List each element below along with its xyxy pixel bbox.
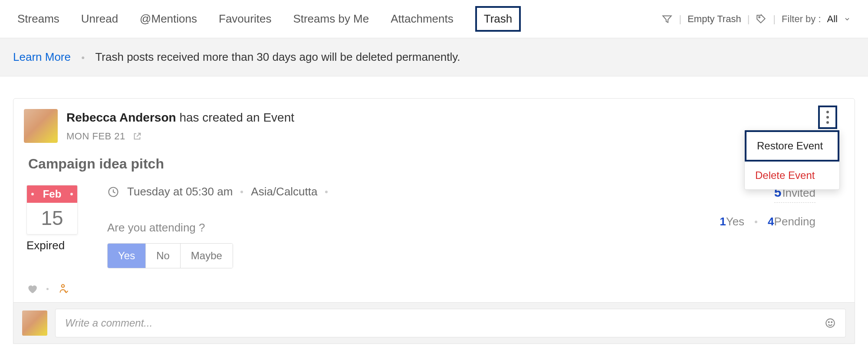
svg-point-2 — [62, 284, 65, 287]
attend-button-group: Yes No Maybe — [107, 243, 233, 268]
comment-input-wrap[interactable] — [55, 309, 846, 337]
comment-input[interactable] — [65, 317, 825, 329]
filter-by-value[interactable]: All — [827, 13, 838, 25]
post-actions — [13, 277, 855, 302]
author-avatar[interactable] — [24, 109, 58, 143]
svg-point-5 — [831, 322, 832, 323]
separator: | — [747, 13, 750, 25]
tab-streams-by-me[interactable]: Streams by Me — [293, 12, 369, 26]
post-author-line: Rebecca Anderson has created an Event — [66, 111, 842, 125]
tab-attachments[interactable]: Attachments — [391, 12, 454, 26]
tab-mentions[interactable]: @Mentions — [140, 12, 197, 26]
attend-no-button[interactable]: No — [146, 244, 181, 268]
event-title: Campaign idea pitch — [28, 156, 842, 172]
dot-separator — [240, 191, 243, 193]
separator: | — [679, 13, 681, 25]
filter-by-label: Filter by : — [782, 13, 821, 25]
post-header: Rebecca Anderson has created an Event MO… — [13, 99, 855, 143]
dot-separator: ● — [81, 54, 85, 61]
post-date-line: MON FEB 21 — [66, 131, 842, 142]
more-menu-button[interactable] — [818, 106, 837, 129]
post-header-text: Rebecca Anderson has created an Event MO… — [66, 109, 842, 142]
tab-trash[interactable]: Trash — [475, 6, 521, 32]
comment-avatar[interactable] — [22, 310, 47, 336]
notice-bar: Learn More ● Trash posts received more t… — [0, 38, 868, 76]
post-more-menu: Restore Event Delete Event — [744, 130, 840, 190]
calendar-month: Feb — [27, 185, 77, 203]
learn-more-link[interactable]: Learn More — [13, 50, 71, 64]
event-card: Rebecca Anderson has created an Event MO… — [13, 98, 855, 344]
rsvp-breakdown: 1Yes 4Pending — [720, 215, 815, 228]
empty-trash-link[interactable]: Empty Trash — [687, 13, 741, 25]
tab-bar: Streams Unread @Mentions Favourites Stre… — [0, 0, 868, 38]
attend-yes-button[interactable]: Yes — [108, 244, 146, 268]
calendar-day: 15 — [27, 203, 77, 234]
post-date: MON FEB 21 — [66, 131, 125, 142]
event-timezone: Asia/Calcutta — [251, 185, 317, 198]
event-body: Campaign idea pitch Feb 15 Expired — [13, 143, 855, 277]
yes-count[interactable]: 1Yes — [720, 215, 744, 228]
pending-count[interactable]: 4Pending — [768, 215, 815, 228]
like-icon[interactable] — [26, 283, 38, 294]
event-time: Tuesday at 05:30 am — [127, 185, 233, 198]
tab-streams[interactable]: Streams — [17, 12, 59, 26]
event-meta: Tuesday at 05:30 am Asia/Calcutta Are yo… — [83, 185, 720, 268]
filter-icon[interactable] — [661, 13, 673, 25]
tab-unread[interactable]: Unread — [81, 12, 118, 26]
calendar-block: Feb 15 Expired — [26, 185, 83, 252]
content-area: Rebecca Anderson has created an Event MO… — [0, 76, 868, 344]
menu-item-restore-event[interactable]: Restore Event — [745, 130, 839, 162]
post-author[interactable]: Rebecca Anderson — [66, 111, 176, 124]
post-action-text: has created an Event — [176, 111, 294, 124]
chevron-down-icon[interactable] — [844, 16, 851, 23]
menu-item-delete-event[interactable]: Delete Event — [745, 162, 839, 189]
tab-list: Streams Unread @Mentions Favourites Stre… — [17, 6, 521, 32]
dot-separator — [325, 191, 328, 193]
attend-maybe-button[interactable]: Maybe — [181, 244, 233, 268]
tag-icon[interactable] — [756, 13, 767, 25]
comment-bar — [13, 302, 855, 343]
svg-point-4 — [829, 322, 829, 323]
separator: | — [773, 13, 776, 25]
svg-point-0 — [759, 17, 760, 18]
notice-message: Trash posts received more than 30 days a… — [95, 50, 460, 64]
tab-favourites[interactable]: Favourites — [219, 12, 271, 26]
emoji-icon[interactable] — [825, 317, 836, 329]
open-external-icon[interactable] — [132, 132, 142, 141]
event-time-line: Tuesday at 05:30 am Asia/Calcutta — [107, 185, 720, 198]
invite-stats: 5Invited 1Yes 4Pending — [720, 185, 842, 228]
clock-icon — [107, 186, 119, 198]
calendar-status: Expired — [26, 239, 83, 252]
share-icon[interactable] — [57, 283, 69, 294]
attend-question: Are you attending ? — [107, 221, 720, 234]
svg-point-3 — [826, 319, 835, 327]
tab-bar-actions: | Empty Trash | | Filter by : All — [661, 13, 851, 25]
event-row: Feb 15 Expired Tuesday at 05:30 am — [26, 185, 842, 268]
calendar-tile: Feb 15 — [26, 185, 78, 234]
dot-separator — [755, 221, 757, 223]
dot-separator — [46, 288, 49, 290]
